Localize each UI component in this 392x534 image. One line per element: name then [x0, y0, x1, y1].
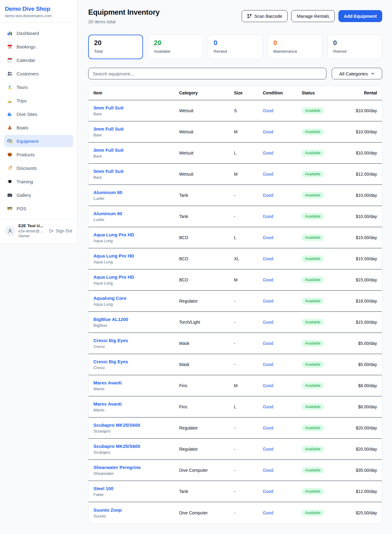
equipment-item-link[interactable]: 3mm Full Suit — [93, 105, 123, 110]
sign-out-button[interactable]: Sign Out — [49, 228, 72, 233]
sidebar-item[interactable]: Boats — [4, 121, 73, 134]
item-condition[interactable]: Good — [263, 404, 302, 409]
item-condition[interactable]: Good — [263, 489, 302, 494]
item-condition[interactable]: Good — [263, 172, 302, 177]
equipment-item-link[interactable]: Aqua Lung Pro HD — [93, 232, 134, 237]
sidebar-item[interactable]: Equipment — [4, 135, 73, 147]
stat-card[interactable]: 20 Total — [88, 35, 143, 59]
item-condition[interactable]: Good — [263, 193, 302, 198]
item-condition[interactable]: Good — [263, 277, 302, 282]
equipment-item-link[interactable]: BigBlue AL1200 — [93, 317, 128, 322]
item-rental: $10.00/day — [348, 193, 377, 198]
status-badge: Available — [302, 298, 324, 304]
item-category: Mask — [179, 362, 234, 367]
item-condition[interactable]: Good — [263, 320, 302, 325]
equipment-item-link[interactable]: Scubapro MK25/S600 — [93, 422, 140, 428]
scan-barcode-button[interactable]: Scan Barcode — [242, 10, 288, 22]
brand-name[interactable]: Demo Dive Shop — [5, 6, 72, 12]
item-condition[interactable]: Good — [263, 151, 302, 155]
category-select[interactable]: All Categories — [332, 68, 382, 79]
item-condition[interactable]: Good — [263, 129, 302, 134]
item-size: - — [234, 214, 263, 219]
equipment-item-link[interactable]: Aqualung Core — [93, 296, 126, 301]
item-condition[interactable]: Good — [263, 510, 302, 515]
equipment-item-link[interactable]: Aluminum 80 — [93, 211, 122, 216]
sidebar-item-label: Products — [17, 152, 35, 157]
equipment-item-link[interactable]: Mares Avanti — [93, 380, 122, 385]
item-rental: $15.00/day — [348, 320, 377, 325]
sidebar-item[interactable]: Calendar — [4, 54, 73, 66]
stat-card[interactable]: 0 Retired — [327, 35, 382, 59]
sidebar-item[interactable]: POS — [4, 202, 73, 215]
item-condition[interactable]: Good — [263, 468, 302, 473]
avatar — [5, 226, 15, 236]
sidebar-nav: Dashboard 17 Bookings Calendar Customers… — [0, 23, 77, 219]
item-brand: Mares — [93, 408, 179, 412]
item-brand: Bare — [93, 175, 179, 180]
item-size: - — [234, 193, 263, 198]
item-rental: $10.00/day — [348, 214, 377, 219]
equipment-item-link[interactable]: 3mm Full Suit — [93, 147, 123, 153]
table-header-row: ItemCategorySizeConditionStatusRental — [89, 86, 382, 100]
item-condition[interactable]: Good — [263, 425, 302, 430]
sidebar-item[interactable]: Trips — [4, 94, 73, 107]
stat-value: 20 — [94, 39, 137, 47]
equipment-item-link[interactable]: Aqua Lung Pro HD — [93, 253, 134, 258]
item-condition[interactable]: Good — [263, 447, 302, 452]
sidebar-item[interactable]: Gallery — [4, 189, 73, 201]
item-size: M — [234, 383, 263, 388]
training-icon — [7, 179, 13, 184]
item-rental: $35.00/day — [348, 468, 377, 473]
item-condition[interactable]: Good — [263, 256, 302, 261]
add-equipment-button[interactable]: Add Equipment — [338, 10, 382, 22]
item-size: - — [234, 468, 263, 473]
equipment-item-link[interactable]: Cressi Big Eyes — [93, 338, 128, 343]
item-brand: Scubapro — [93, 450, 179, 455]
item-condition[interactable]: Good — [263, 341, 302, 346]
item-condition[interactable]: Good — [263, 214, 302, 219]
header-actions: Scan Barcode Manage Rentals Add Equipmen… — [242, 10, 382, 22]
sidebar-item[interactable]: Products — [4, 148, 73, 161]
stat-card[interactable]: 20 Available — [148, 35, 203, 59]
equipment-item-link[interactable]: Steel 100 — [93, 486, 113, 491]
item-category: BCD — [179, 235, 234, 240]
equipment-item-link[interactable]: Suunto Zoop — [93, 507, 122, 513]
item-brand: Bare — [93, 154, 179, 158]
item-category: Wetsuit — [179, 108, 234, 113]
column-header: Category — [179, 90, 234, 95]
item-category: Fins — [179, 404, 234, 409]
sidebar-item[interactable]: 17 Bookings — [4, 40, 73, 53]
item-condition[interactable]: Good — [263, 299, 302, 303]
sidebar-item[interactable]: Dive Sites — [4, 108, 73, 120]
stat-card[interactable]: 0 Maintenance — [268, 35, 322, 59]
item-size: - — [234, 510, 263, 515]
item-condition[interactable]: Good — [263, 235, 302, 240]
sidebar-item[interactable]: Discounts — [4, 162, 73, 174]
sidebar-item[interactable]: Dashboard — [4, 27, 73, 39]
search-input[interactable] — [88, 68, 326, 79]
equipment-item-link[interactable]: Aluminum 80 — [93, 190, 122, 195]
equipment-item-link[interactable]: Aqua Lung Pro HD — [93, 274, 134, 280]
stat-value: 20 — [154, 39, 197, 47]
item-size: XL — [234, 256, 263, 261]
item-condition[interactable]: Good — [263, 362, 302, 367]
stat-card[interactable]: 0 Rented — [208, 35, 262, 59]
sidebar-item-label: Calendar — [17, 58, 35, 63]
equipment-item-link[interactable]: Shearwater Peregrine — [93, 465, 141, 470]
sidebar-item-label: Gallery — [17, 193, 31, 198]
table-row: 3mm Full Suit Bare Wetsuit S Good Availa… — [89, 100, 382, 121]
equipment-item-link[interactable]: 3mm Full Suit — [93, 126, 123, 132]
equipment-item-link[interactable]: Cressi Big Eyes — [93, 359, 128, 364]
manage-rentals-button[interactable]: Manage Rentals — [291, 10, 335, 22]
calendar-icon — [7, 57, 13, 63]
status-badge: Available — [302, 128, 324, 135]
equipment-item-link[interactable]: 5mm Full Suit — [93, 169, 123, 174]
sidebar-item[interactable]: Tours — [4, 81, 73, 93]
sidebar-item[interactable]: Training — [4, 175, 73, 188]
item-condition[interactable]: Good — [263, 108, 302, 113]
equipment-item-link[interactable]: Mares Avanti — [93, 401, 122, 406]
item-condition[interactable]: Good — [263, 383, 302, 388]
equipment-item-link[interactable]: Scubapro MK25/S600 — [93, 444, 140, 449]
item-rental: $12.00/day — [348, 489, 377, 494]
sidebar-item[interactable]: Customers — [4, 67, 73, 80]
